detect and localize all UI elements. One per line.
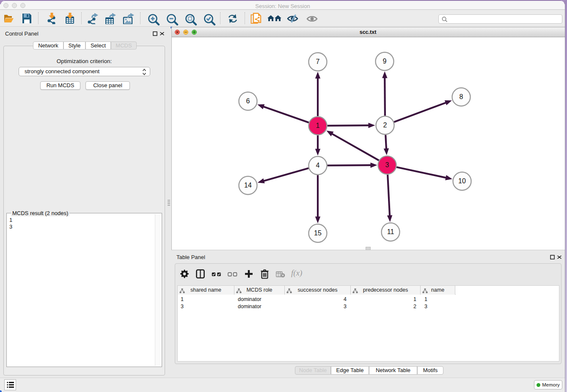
svg-text:8: 8 (460, 93, 463, 100)
svg-text:11: 11 (387, 228, 394, 235)
svg-text:3: 3 (385, 161, 389, 168)
svg-text:7: 7 (316, 58, 320, 65)
svg-text:10: 10 (458, 177, 466, 185)
svg-text:4: 4 (316, 162, 320, 169)
svg-text:15: 15 (314, 229, 322, 237)
svg-text:2: 2 (383, 121, 387, 129)
svg-text:14: 14 (244, 182, 252, 189)
svg-text:9: 9 (383, 58, 387, 65)
svg-text:1: 1 (316, 122, 320, 129)
svg-text:6: 6 (246, 97, 250, 105)
